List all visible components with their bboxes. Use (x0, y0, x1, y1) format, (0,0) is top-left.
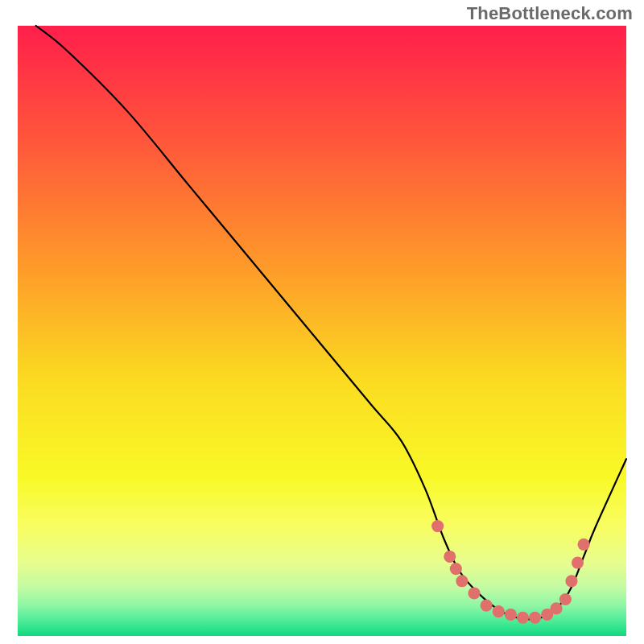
curve-marker (468, 587, 480, 599)
curve-marker (565, 575, 577, 587)
curve-marker (551, 602, 563, 614)
curve-marker (493, 605, 505, 617)
curve-marker (431, 520, 444, 532)
curve-marker (444, 551, 456, 563)
curve-marker (517, 612, 529, 624)
chart-svg (0, 0, 644, 644)
plot-background (18, 26, 626, 636)
curve-marker (572, 556, 584, 568)
curve-marker (505, 609, 517, 621)
chart-container: TheBottleneck.com (0, 0, 644, 644)
curve-marker (481, 600, 493, 612)
curve-marker (578, 539, 590, 551)
curve-marker (529, 612, 541, 624)
curve-marker (559, 593, 572, 605)
curve-marker (450, 563, 462, 575)
curve-marker (456, 575, 468, 587)
